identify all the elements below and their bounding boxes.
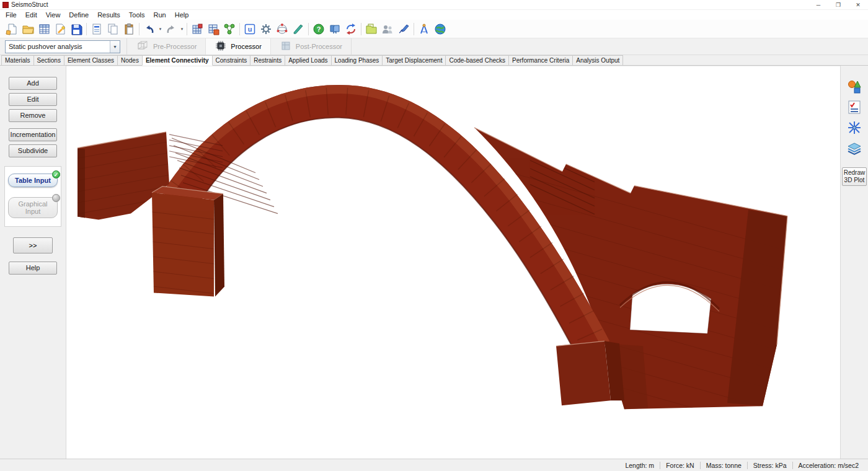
tab-restraints[interactable]: Restraints	[250, 55, 285, 66]
post-processor-label: Post-Processor	[296, 43, 342, 50]
post-processor-icon	[280, 40, 292, 53]
paste-icon[interactable]	[121, 21, 137, 37]
right-panel: Redraw 3D Plot	[840, 66, 868, 459]
3d-shapes-icon[interactable]	[845, 78, 864, 95]
tab-element-classes[interactable]: Element Classes	[64, 55, 118, 66]
pre-processor-icon	[136, 40, 149, 53]
analysis-type-value: Static pushover analysis	[6, 43, 110, 50]
undo-dropdown-icon[interactable]: ▾	[157, 27, 163, 32]
tab-analysis-output[interactable]: Analysis Output	[572, 55, 623, 66]
layers-icon[interactable]	[845, 139, 864, 157]
maximize-icon[interactable]: ❐	[828, 0, 848, 10]
select-dropdown-icon[interactable]: ▼	[110, 41, 120, 53]
edit-button[interactable]: Edit	[9, 93, 57, 106]
tab-code-based-checks[interactable]: Code-based Checks	[445, 55, 509, 66]
signature-pen-icon[interactable]	[396, 21, 412, 37]
help-button[interactable]: Help	[9, 262, 57, 275]
post-processor-button[interactable]: Post-Processor	[271, 38, 351, 55]
examples-icon[interactable]	[363, 21, 379, 37]
new-project-icon[interactable]	[4, 21, 20, 37]
table-input-label: Table Input	[15, 177, 51, 184]
tab-performance-criteria[interactable]: Performance Criteria	[508, 55, 573, 66]
wizard-icon[interactable]	[52, 21, 68, 37]
menu-run[interactable]: Run	[149, 10, 170, 20]
tab-constraints[interactable]: Constraints	[212, 55, 251, 66]
app-icon	[2, 2, 9, 8]
analysis-type-select[interactable]: Static pushover analysis ▼	[5, 40, 120, 53]
tab-materials[interactable]: Materials	[1, 55, 34, 66]
graphical-input-label: Graphical Input	[18, 200, 47, 215]
open-project-icon[interactable]	[20, 21, 36, 37]
disabled-dot-icon	[52, 194, 60, 202]
checklist-icon[interactable]	[845, 99, 864, 116]
check-icon: ✓	[52, 170, 60, 178]
table-view-icon[interactable]	[36, 21, 52, 37]
menu-file[interactable]: File	[1, 10, 21, 20]
menu-bar: File Edit View Define Results Tools Run …	[0, 10, 868, 20]
menu-results[interactable]: Results	[93, 10, 125, 20]
status-force: Force: kN	[660, 462, 700, 469]
drawing-tools-icon[interactable]	[416, 21, 432, 37]
graphical-input-button[interactable]: Graphical Input	[8, 197, 58, 218]
building-plan-icon[interactable]	[205, 21, 221, 37]
web-globe-icon[interactable]	[432, 21, 448, 37]
svg-text:u: u	[248, 25, 252, 33]
module-tab-bar: Materials Sections Element Classes Nodes…	[0, 55, 868, 66]
redo-dropdown-icon[interactable]: ▾	[179, 27, 185, 32]
pre-processor-button[interactable]: Pre-Processor	[127, 38, 206, 55]
building-elevation-icon[interactable]	[189, 21, 205, 37]
help-icon[interactable]: ?	[311, 21, 327, 37]
redraw-label-line2: 3D Plot	[843, 177, 866, 184]
processor-button[interactable]: Processor	[206, 38, 271, 55]
tutorials-icon[interactable]	[327, 21, 343, 37]
left-panel: Add Edit Remove Incrementation Subdivide…	[0, 66, 66, 459]
tab-applied-loads[interactable]: Applied Loads	[285, 55, 331, 66]
menu-define[interactable]: Define	[64, 10, 93, 20]
incrementation-button[interactable]: Incrementation	[9, 128, 57, 141]
processor-label: Processor	[231, 43, 262, 50]
tab-sections[interactable]: Sections	[33, 55, 64, 66]
tab-element-connectivity[interactable]: Element Connectivity	[142, 55, 213, 66]
brush-icon[interactable]	[290, 21, 306, 37]
status-bar: Length: m Force: kN Mass: tonne Stress: …	[0, 459, 868, 471]
svg-text:?: ?	[317, 25, 321, 33]
subdivide-button[interactable]: Subdivide	[9, 144, 57, 157]
axes-icon[interactable]	[845, 119, 864, 136]
undo-icon[interactable]	[141, 21, 157, 37]
units-icon[interactable]: u	[242, 21, 258, 37]
settings-gear-icon[interactable]	[258, 21, 274, 37]
status-length: Length: m	[619, 462, 660, 469]
expand-button[interactable]: >>	[13, 237, 53, 253]
menu-view[interactable]: View	[42, 10, 65, 20]
element-connectivity-icon[interactable]	[221, 21, 237, 37]
pre-processor-label: Pre-Processor	[153, 43, 197, 50]
redo-icon[interactable]	[163, 21, 179, 37]
redraw-3d-plot-button[interactable]: Redraw 3D Plot	[842, 167, 867, 186]
check-updates-icon[interactable]	[343, 21, 359, 37]
model-viewport[interactable]	[66, 66, 840, 459]
status-acceleration: Acceleration: m/sec2	[793, 462, 864, 469]
tab-loading-phases[interactable]: Loading Phases	[331, 55, 383, 66]
save-icon[interactable]	[68, 21, 84, 37]
nodal-sphere-icon[interactable]	[274, 21, 290, 37]
menu-help[interactable]: Help	[170, 10, 193, 20]
bridge-3d-model	[66, 66, 840, 459]
user-forum-icon[interactable]	[379, 21, 396, 37]
redraw-label-line1: Redraw	[843, 169, 866, 177]
table-input-button[interactable]: Table Input ✓	[8, 174, 58, 187]
menu-edit[interactable]: Edit	[21, 10, 42, 20]
title-bar: SeismoStruct ─ ❐ ✕	[0, 0, 868, 10]
copy-icon[interactable]	[105, 21, 121, 37]
main-toolbar: ▾ ▾ u ?	[0, 20, 868, 38]
input-mode-box: Table Input ✓ Graphical Input	[4, 166, 61, 227]
status-mass: Mass: tonne	[701, 462, 747, 469]
tab-nodes[interactable]: Nodes	[117, 55, 143, 66]
add-button[interactable]: Add	[9, 77, 57, 90]
menu-tools[interactable]: Tools	[125, 10, 149, 20]
report-icon[interactable]	[89, 21, 105, 37]
remove-button[interactable]: Remove	[9, 109, 57, 122]
minimize-icon[interactable]: ─	[808, 0, 828, 10]
tab-target-displacement[interactable]: Target Displacement	[382, 55, 446, 66]
close-icon[interactable]: ✕	[848, 0, 868, 10]
processor-icon	[215, 40, 227, 53]
